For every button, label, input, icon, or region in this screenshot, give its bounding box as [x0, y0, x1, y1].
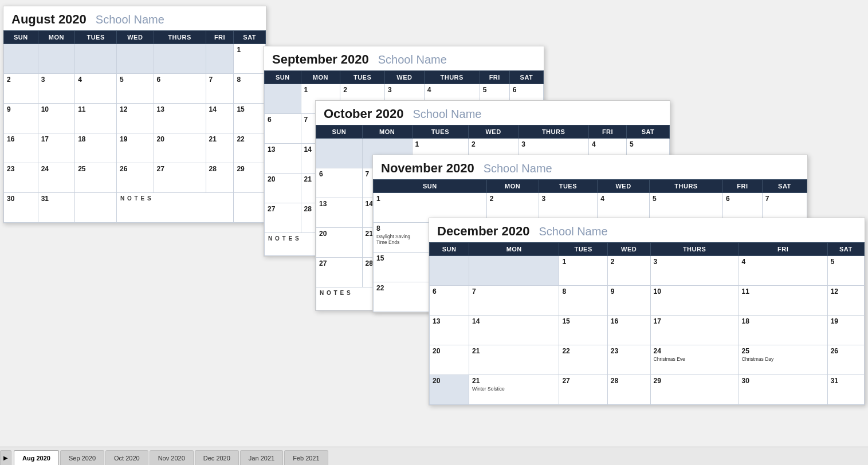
table-row: 6: [430, 286, 469, 316]
event-xmas-day: Christmas Day: [742, 356, 824, 362]
table-row: 26: [827, 345, 864, 375]
table-row: 3: [650, 256, 739, 286]
august-grid: SUN MON TUES WED THURS FRI SAT 1 2 3: [3, 30, 266, 223]
table-row: [469, 256, 559, 286]
table-row: 13: [154, 104, 206, 133]
table-row: 5: [117, 74, 154, 104]
table-row: 3: [38, 74, 75, 104]
table-row: [4, 44, 38, 74]
table-row: 24Christmas Eve: [650, 345, 739, 375]
table-row: 23: [4, 163, 38, 193]
calendar-august: August 2020 School Name SUN MON TUES WED…: [3, 6, 266, 223]
col-sat: SAT: [509, 71, 543, 84]
table-row: 15: [559, 316, 607, 345]
tab-oct-2020[interactable]: Oct 2020: [105, 450, 148, 465]
september-school: School Name: [378, 53, 447, 66]
table-row: 9: [4, 104, 38, 133]
table-row: 13: [265, 144, 301, 174]
table-row: 30: [4, 193, 38, 223]
november-title: November 2020: [381, 161, 474, 176]
table-row: 31: [827, 375, 864, 405]
col-sun: SUN: [374, 180, 487, 193]
table-row: 8: [234, 74, 266, 104]
table-row: 15: [234, 104, 266, 133]
tab-prev-button[interactable]: ▶: [0, 450, 11, 465]
table-row: 24: [38, 163, 75, 193]
notes-cell: N O T E S: [117, 193, 234, 223]
tab-nov-2020[interactable]: Nov 2020: [150, 450, 194, 465]
table-row: 4: [75, 74, 117, 104]
table-row: 19: [117, 133, 154, 163]
table-row: 20: [265, 174, 301, 203]
table-row: 27: [316, 258, 363, 287]
table-row: [75, 193, 117, 223]
table-row: 11: [739, 286, 827, 316]
col-tues: TUES: [539, 180, 598, 193]
tab-aug-2020[interactable]: Aug 2020: [14, 450, 59, 465]
col-mon: MON: [362, 125, 412, 139]
table-row: [38, 44, 75, 74]
col-sat: SAT: [626, 125, 669, 139]
table-row: 9: [607, 286, 650, 316]
table-row: 25: [75, 163, 117, 193]
tab-sep-2020[interactable]: Sep 2020: [60, 450, 104, 465]
december-title: December 2020: [437, 224, 529, 239]
col-sat: SAT: [762, 180, 807, 193]
col-wed: WED: [607, 243, 650, 256]
calendar-december: December 2020 School Name SUN MON TUES W…: [429, 218, 865, 405]
table-row: [154, 44, 206, 74]
col-fri: FRI: [589, 125, 627, 139]
table-row: 7: [206, 74, 234, 104]
october-school: School Name: [413, 108, 481, 121]
table-row: 23: [607, 345, 650, 375]
table-row: 29: [234, 163, 266, 193]
table-row: 20: [316, 228, 363, 258]
table-row: 19: [827, 316, 864, 345]
table-row: 13: [430, 316, 469, 345]
table-row: 21: [206, 133, 234, 163]
col-thurs: THURS: [424, 71, 480, 84]
tab-feb-2021[interactable]: Feb 2021: [284, 450, 328, 465]
table-row: 27: [154, 163, 206, 193]
col-fri: FRI: [739, 243, 827, 256]
tab-bar: ▶ Aug 2020 Sep 2020 Oct 2020 Nov 2020 De…: [0, 447, 868, 465]
table-row: 10: [38, 104, 75, 133]
col-wed: WED: [598, 180, 650, 193]
table-row: 6: [265, 114, 301, 144]
table-row: 4: [739, 256, 827, 286]
november-header: November 2020 School Name: [373, 155, 807, 179]
event-winter-solstice: Winter Solstice: [472, 386, 556, 392]
table-row: 1: [234, 44, 266, 74]
december-grid: SUN MON TUES WED THURS FRI SAT 1 2 3 4 5…: [429, 242, 865, 405]
table-row: 6: [154, 74, 206, 104]
table-row: 22: [559, 345, 607, 375]
table-row: 27: [559, 375, 607, 405]
tab-dec-2020[interactable]: Dec 2020: [195, 450, 239, 465]
col-tues: TUES: [559, 243, 607, 256]
table-row: 11: [75, 104, 117, 133]
august-header: August 2020 School Name: [3, 6, 266, 30]
col-sat: SAT: [827, 243, 864, 256]
table-row: 28: [206, 163, 234, 193]
table-row: 16: [4, 133, 38, 163]
december-school: School Name: [539, 225, 607, 238]
table-row: 17: [650, 316, 739, 345]
table-row: 17: [38, 133, 75, 163]
table-row: [234, 193, 266, 223]
tab-jan-2021[interactable]: Jan 2021: [240, 450, 283, 465]
table-row: 6: [316, 168, 363, 198]
col-wed: WED: [117, 31, 154, 44]
col-fri: FRI: [723, 180, 763, 193]
table-row: 16: [607, 316, 650, 345]
col-fri: FRI: [480, 71, 509, 84]
november-school: School Name: [484, 162, 552, 175]
table-row: 21: [469, 345, 559, 375]
table-row: 7: [469, 286, 559, 316]
col-thurs: THURS: [649, 180, 722, 193]
table-row: 31: [38, 193, 75, 223]
col-mon: MON: [469, 243, 559, 256]
october-title: October 2020: [324, 107, 403, 121]
december-header: December 2020 School Name: [429, 218, 865, 242]
table-row: 12: [827, 286, 864, 316]
table-row: 14: [469, 316, 559, 345]
